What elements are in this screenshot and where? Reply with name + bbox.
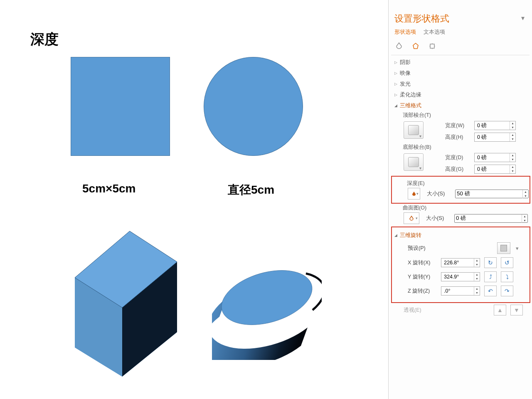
section-glow[interactable]: ▷发光 — [389, 79, 532, 89]
contour-label: 曲面图(O) — [389, 204, 532, 212]
label-square-dim: 5cm×5cm — [82, 182, 135, 195]
spinner[interactable]: ▲▼ — [510, 165, 515, 173]
top-bevel-label: 顶部棱台(T) — [389, 111, 532, 120]
panel-tabs: 形状选项 文本选项 — [389, 27, 532, 36]
label-depth-title: 深度 — [30, 30, 59, 49]
x-rotate-right-button[interactable]: ↺ — [501, 257, 513, 268]
fill-line-icon[interactable] — [394, 42, 404, 51]
label-circle-dim: 直径5cm — [228, 182, 274, 198]
svg-rect-7 — [430, 44, 434, 48]
spinner[interactable]: ▲▼ — [474, 287, 480, 295]
shape-cylinder-3d[interactable] — [212, 252, 322, 360]
z-rotate-cw-button[interactable]: ↷ — [501, 286, 513, 296]
x-rotate-left-button[interactable]: ↻ — [484, 257, 497, 268]
section-shadow[interactable]: ▷阴影 — [389, 57, 532, 68]
svg-marker-6 — [413, 43, 418, 49]
svg-point-5 — [215, 261, 318, 334]
section-softedge[interactable]: ▷柔化边缘 — [389, 89, 532, 100]
shape-circle-2d[interactable] — [204, 57, 303, 156]
section-3d-format[interactable]: ◢三维格式 — [389, 100, 532, 111]
panel-menu-chevron-icon[interactable]: ▾ — [521, 14, 525, 22]
spinner[interactable]: ▲▼ — [474, 273, 480, 281]
z-rotate-ccw-button[interactable]: ↶ — [484, 286, 497, 296]
spinner[interactable]: ▲▼ — [522, 190, 528, 198]
effects-icon[interactable] — [411, 42, 420, 51]
size-properties-icon[interactable] — [428, 42, 437, 51]
bottom-bevel-label: 底部棱台(B) — [389, 143, 532, 152]
depth-label: 深度(E) — [393, 179, 529, 188]
shape-square-2d[interactable] — [71, 57, 170, 156]
perspective-down-button[interactable]: ▼ — [510, 305, 523, 315]
tab-shape-options[interactable]: 形状选项 — [394, 29, 416, 37]
spinner[interactable]: ▲▼ — [510, 133, 515, 141]
section-reflection[interactable]: ▷映像 — [389, 68, 532, 79]
section-3d-rotation[interactable]: ◢三维旋转 — [393, 230, 529, 241]
spinner[interactable]: ▲▼ — [510, 121, 515, 130]
tab-text-options[interactable]: 文本选项 — [424, 29, 445, 37]
top-bevel-dropdown[interactable] — [404, 121, 424, 139]
spinner[interactable]: ▲▼ — [474, 259, 480, 267]
contour-color-dropdown[interactable] — [404, 212, 419, 224]
spinner[interactable]: ▲▼ — [510, 153, 515, 162]
contour-size-input[interactable] — [454, 214, 528, 223]
slide-canvas: 深度 5cm×5cm 直径5cm — [0, 0, 328, 399]
y-rotate-down-button[interactable]: ⤵ — [501, 271, 513, 282]
perspective-up-button[interactable]: ▲ — [494, 305, 506, 315]
format-shape-panel: ▾ 设置形状格式 形状选项 文本选项 ▷阴影 ▷映像 ▷发光 ▷柔化边缘 ◢三维… — [388, 0, 532, 399]
panel-title: 设置形状格式 — [389, 0, 532, 27]
shape-cube-3d[interactable] — [71, 227, 180, 377]
depth-color-dropdown[interactable] — [408, 188, 420, 200]
bottom-bevel-dropdown[interactable] — [404, 153, 424, 171]
panel-icon-tabs — [389, 36, 532, 55]
rotation-preset-dropdown[interactable] — [497, 242, 510, 254]
depth-size-input[interactable] — [455, 190, 529, 198]
y-rotate-up-button[interactable]: ⤴ — [484, 271, 497, 282]
spinner[interactable]: ▲▼ — [522, 214, 527, 223]
